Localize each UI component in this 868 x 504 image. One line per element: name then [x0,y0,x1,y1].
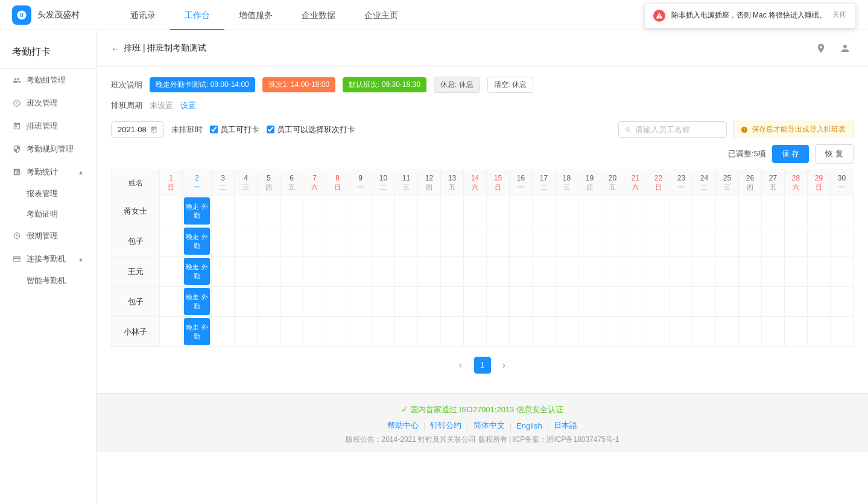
schedule-cell[interactable] [280,257,303,287]
schedule-cell[interactable] [212,287,235,317]
back-button[interactable]: ← [111,44,119,53]
schedule-cell[interactable] [235,257,258,287]
schedule-cell[interactable] [670,226,693,257]
schedule-cell[interactable] [418,226,441,257]
schedule-cell[interactable] [280,287,303,317]
schedule-cell[interactable] [487,257,510,287]
checkbox-can-punch-input[interactable] [210,126,218,133]
schedule-cell[interactable] [716,257,739,287]
page-1-button[interactable]: 1 [474,357,491,374]
schedule-cell[interactable] [441,196,464,226]
schedule-cell[interactable] [326,196,349,226]
schedule-cell[interactable] [510,196,533,226]
schedule-cell[interactable] [280,226,303,257]
schedule-cell[interactable] [326,257,349,287]
schedule-cell[interactable] [487,317,510,347]
sidebar-sub-item-smart-machine[interactable]: 智能考勤机 [27,270,96,291]
schedule-cell[interactable] [326,226,349,257]
schedule-cell[interactable] [831,317,854,347]
footer-link-chinese[interactable]: 简体中文 [474,420,505,431]
schedule-cell[interactable] [160,287,183,317]
schedule-cell[interactable] [533,196,556,226]
schedule-cell[interactable] [235,226,258,257]
schedule-cell[interactable] [326,317,349,347]
schedule-cell[interactable] [808,317,831,347]
sidebar-item-rules[interactable]: 考勤规则管理 [0,138,96,161]
schedule-cell[interactable]: 晚走 外勤 [183,257,212,287]
schedule-cell[interactable] [395,317,418,347]
schedule-cell[interactable] [785,317,808,347]
footer-link-help[interactable]: 帮助中心 [387,420,419,431]
checkbox-choose-shift[interactable]: 员工可以选择班次打卡 [267,124,355,135]
schedule-cell[interactable] [785,226,808,257]
schedule-cell[interactable] [533,226,556,257]
location-icon[interactable] [813,40,829,57]
schedule-cell[interactable]: 晚走 外勤 [183,226,212,257]
schedule-cell[interactable] [258,257,280,287]
schedule-cell[interactable] [258,226,280,257]
schedule-cell[interactable] [670,287,693,317]
schedule-cell[interactable] [808,196,831,226]
schedule-cell[interactable] [578,226,601,257]
badge-late-field[interactable]: 晚走外勤卡测试: 09:00-14:00 [150,77,255,92]
schedule-cell[interactable] [670,257,693,287]
badge-shift1[interactable]: 班次1: 14:00-18:00 [262,77,335,92]
nav-item-home[interactable]: 企业主页 [350,0,413,30]
schedule-cell[interactable] [693,226,716,257]
next-page-button[interactable]: › [496,357,513,374]
footer-link-english[interactable]: English [516,421,542,430]
sidebar-sub-item-reports[interactable]: 报表管理 [27,183,96,204]
sidebar-item-stats[interactable]: 考勤统计 ▲ [0,161,96,183]
checkbox-can-punch[interactable]: 员工可打卡 [210,124,259,135]
schedule-cell[interactable] [647,317,670,347]
schedule-cell[interactable] [372,257,395,287]
sidebar-item-attendance-group[interactable]: 考勤组管理 [0,69,96,92]
badge-default-shift[interactable]: 默认班次: 09:30-18:30 [343,77,426,92]
schedule-cell[interactable] [601,196,624,226]
schedule-cell[interactable] [601,317,624,347]
prev-page-button[interactable]: ‹ [452,357,469,374]
schedule-cell[interactable] [349,317,372,347]
schedule-cell[interactable] [556,317,578,347]
schedule-cell[interactable] [601,226,624,257]
schedule-cell[interactable] [601,287,624,317]
schedule-cell[interactable] [785,287,808,317]
schedule-cell[interactable] [441,287,464,317]
schedule-cell[interactable] [693,317,716,347]
schedule-cell[interactable] [349,257,372,287]
schedule-cell[interactable] [624,257,647,287]
schedule-cell[interactable] [510,226,533,257]
nav-item-contacts[interactable]: 通讯录 [116,0,170,30]
schedule-cell[interactable] [762,196,785,226]
schedule-cell[interactable] [578,257,601,287]
schedule-cell[interactable] [212,257,235,287]
schedule-cell[interactable] [808,287,831,317]
footer-link-terms[interactable]: 钉钉公约 [430,420,461,431]
schedule-cell[interactable] [372,317,395,347]
schedule-cell[interactable] [303,317,326,347]
clear-button[interactable]: 清空: 休息 [487,77,534,93]
schedule-cell[interactable] [647,196,670,226]
schedule-cell[interactable] [647,226,670,257]
schedule-cell[interactable] [739,196,762,226]
schedule-cell[interactable] [716,317,739,347]
schedule-cell[interactable] [418,317,441,347]
schedule-cell[interactable] [258,287,280,317]
sidebar-sub-item-proof[interactable]: 考勤证明 [27,204,96,225]
schedule-cell[interactable] [533,287,556,317]
schedule-cell[interactable] [441,257,464,287]
schedule-cell[interactable] [556,287,578,317]
schedule-cell[interactable] [395,257,418,287]
badge-rest[interactable]: 休息: 休息 [434,77,480,93]
schedule-cell[interactable] [326,287,349,317]
schedule-cell[interactable] [280,196,303,226]
schedule-cell[interactable] [785,257,808,287]
schedule-cell[interactable] [716,226,739,257]
schedule-cell[interactable] [762,226,785,257]
schedule-cell[interactable] [510,287,533,317]
schedule-cell[interactable] [762,287,785,317]
schedule-cell[interactable] [578,317,601,347]
schedule-cell[interactable] [624,287,647,317]
schedule-cell[interactable] [510,257,533,287]
schedule-cell[interactable] [785,196,808,226]
